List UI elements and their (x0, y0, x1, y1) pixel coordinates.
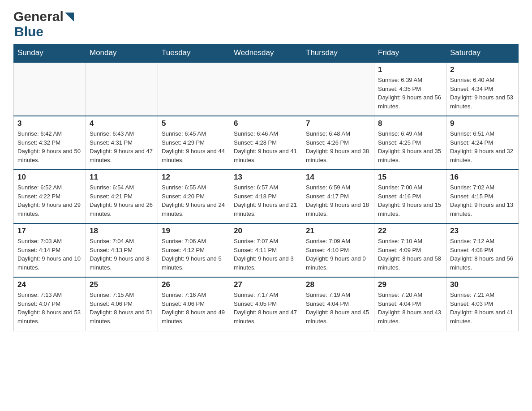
calendar-cell: 12Sunrise: 6:55 AMSunset: 4:20 PMDayligh… (158, 170, 230, 223)
day-number: 3 (17, 119, 82, 128)
day-number: 10 (17, 173, 82, 182)
day-number: 13 (234, 173, 298, 182)
calendar-cell: 8Sunrise: 6:49 AMSunset: 4:25 PMDaylight… (374, 116, 446, 170)
day-info: Sunrise: 6:55 AMSunset: 4:20 PMDaylight:… (162, 183, 226, 218)
day-number: 18 (90, 227, 154, 235)
page-header: General Blue (13, 9, 519, 39)
calendar-cell: 2Sunrise: 6:40 AMSunset: 4:34 PMDaylight… (446, 62, 519, 116)
calendar-cell: 24Sunrise: 7:13 AMSunset: 4:07 PMDayligh… (14, 277, 86, 331)
day-number: 29 (378, 280, 442, 289)
calendar-cell: 25Sunrise: 7:15 AMSunset: 4:06 PMDayligh… (86, 277, 158, 331)
day-info: Sunrise: 7:17 AMSunset: 4:05 PMDaylight:… (234, 291, 298, 325)
day-number: 30 (450, 280, 515, 289)
calendar-week-row: 24Sunrise: 7:13 AMSunset: 4:07 PMDayligh… (14, 277, 519, 331)
day-number: 5 (162, 119, 226, 128)
logo-general-text: General (13, 9, 64, 24)
calendar-cell: 4Sunrise: 6:43 AMSunset: 4:31 PMDaylight… (86, 116, 158, 170)
calendar-cell: 19Sunrise: 7:06 AMSunset: 4:12 PMDayligh… (158, 223, 230, 277)
day-info: Sunrise: 7:19 AMSunset: 4:04 PMDaylight:… (306, 291, 370, 325)
weekday-header-friday: Friday (374, 44, 446, 62)
calendar-week-row: 17Sunrise: 7:03 AMSunset: 4:14 PMDayligh… (14, 223, 519, 277)
weekday-header-monday: Monday (86, 44, 158, 62)
day-info: Sunrise: 6:59 AMSunset: 4:17 PMDaylight:… (306, 183, 370, 218)
calendar-week-row: 1Sunrise: 6:39 AMSunset: 4:35 PMDaylight… (14, 62, 519, 116)
day-number: 4 (90, 119, 154, 128)
day-number: 11 (90, 173, 154, 182)
day-info: Sunrise: 7:16 AMSunset: 4:06 PMDaylight:… (162, 291, 226, 325)
calendar-cell: 15Sunrise: 7:00 AMSunset: 4:16 PMDayligh… (374, 170, 446, 223)
weekday-header-sunday: Sunday (14, 44, 86, 62)
calendar-cell: 16Sunrise: 7:02 AMSunset: 4:15 PMDayligh… (446, 170, 519, 223)
calendar-cell (14, 62, 86, 116)
day-info: Sunrise: 7:06 AMSunset: 4:12 PMDaylight:… (162, 237, 226, 272)
logo: General Blue (13, 9, 74, 39)
calendar-header-row: SundayMondayTuesdayWednesdayThursdayFrid… (14, 44, 519, 62)
calendar-cell: 30Sunrise: 7:21 AMSunset: 4:03 PMDayligh… (446, 277, 519, 331)
logo-triangle-icon (65, 13, 74, 23)
calendar-cell: 5Sunrise: 6:45 AMSunset: 4:29 PMDaylight… (158, 116, 230, 170)
day-info: Sunrise: 7:21 AMSunset: 4:03 PMDaylight:… (450, 291, 515, 325)
calendar-cell: 28Sunrise: 7:19 AMSunset: 4:04 PMDayligh… (302, 277, 374, 331)
calendar-cell: 11Sunrise: 6:54 AMSunset: 4:21 PMDayligh… (86, 170, 158, 223)
calendar-cell: 26Sunrise: 7:16 AMSunset: 4:06 PMDayligh… (158, 277, 230, 331)
day-number: 20 (234, 227, 298, 235)
day-number: 7 (306, 119, 370, 128)
day-info: Sunrise: 6:54 AMSunset: 4:21 PMDaylight:… (90, 183, 154, 218)
logo-blue-text: Blue (14, 24, 43, 39)
day-info: Sunrise: 7:03 AMSunset: 4:14 PMDaylight:… (17, 237, 82, 272)
calendar-cell: 20Sunrise: 7:07 AMSunset: 4:11 PMDayligh… (230, 223, 302, 277)
day-number: 6 (234, 119, 298, 128)
day-number: 12 (162, 173, 226, 182)
day-number: 2 (450, 65, 515, 74)
day-info: Sunrise: 6:51 AMSunset: 4:24 PMDaylight:… (450, 129, 515, 164)
calendar-cell: 22Sunrise: 7:10 AMSunset: 4:09 PMDayligh… (374, 223, 446, 277)
calendar-table: SundayMondayTuesdayWednesdayThursdayFrid… (13, 44, 519, 331)
day-number: 14 (306, 173, 370, 182)
day-info: Sunrise: 6:57 AMSunset: 4:18 PMDaylight:… (234, 183, 298, 218)
day-info: Sunrise: 7:00 AMSunset: 4:16 PMDaylight:… (378, 183, 442, 218)
calendar-cell: 3Sunrise: 6:42 AMSunset: 4:32 PMDaylight… (14, 116, 86, 170)
calendar-week-row: 3Sunrise: 6:42 AMSunset: 4:32 PMDaylight… (14, 116, 519, 170)
day-number: 25 (90, 280, 154, 289)
day-info: Sunrise: 7:04 AMSunset: 4:13 PMDaylight:… (90, 237, 154, 272)
calendar-cell: 17Sunrise: 7:03 AMSunset: 4:14 PMDayligh… (14, 223, 86, 277)
day-info: Sunrise: 7:20 AMSunset: 4:04 PMDaylight:… (378, 291, 442, 325)
day-info: Sunrise: 6:45 AMSunset: 4:29 PMDaylight:… (162, 129, 226, 164)
day-number: 21 (306, 227, 370, 235)
calendar-cell (230, 62, 302, 116)
day-number: 26 (162, 280, 226, 289)
day-info: Sunrise: 7:10 AMSunset: 4:09 PMDaylight:… (378, 237, 442, 272)
svg-marker-0 (65, 13, 74, 21)
calendar-cell (158, 62, 230, 116)
day-info: Sunrise: 7:09 AMSunset: 4:10 PMDaylight:… (306, 237, 370, 272)
calendar-cell (86, 62, 158, 116)
day-info: Sunrise: 6:46 AMSunset: 4:28 PMDaylight:… (234, 129, 298, 164)
calendar-cell: 23Sunrise: 7:12 AMSunset: 4:08 PMDayligh… (446, 223, 519, 277)
calendar-cell: 9Sunrise: 6:51 AMSunset: 4:24 PMDaylight… (446, 116, 519, 170)
day-number: 24 (17, 280, 82, 289)
calendar-cell: 10Sunrise: 6:52 AMSunset: 4:22 PMDayligh… (14, 170, 86, 223)
weekday-header-saturday: Saturday (446, 44, 519, 62)
weekday-header-tuesday: Tuesday (158, 44, 230, 62)
day-info: Sunrise: 7:02 AMSunset: 4:15 PMDaylight:… (450, 183, 515, 218)
day-number: 16 (450, 173, 515, 182)
calendar-cell: 14Sunrise: 6:59 AMSunset: 4:17 PMDayligh… (302, 170, 374, 223)
day-info: Sunrise: 7:13 AMSunset: 4:07 PMDaylight:… (17, 291, 82, 325)
weekday-header-wednesday: Wednesday (230, 44, 302, 62)
calendar-cell: 29Sunrise: 7:20 AMSunset: 4:04 PMDayligh… (374, 277, 446, 331)
day-number: 9 (450, 119, 515, 128)
day-info: Sunrise: 6:49 AMSunset: 4:25 PMDaylight:… (378, 129, 442, 164)
day-info: Sunrise: 7:15 AMSunset: 4:06 PMDaylight:… (90, 291, 154, 325)
day-number: 23 (450, 227, 515, 235)
day-number: 19 (162, 227, 226, 235)
day-info: Sunrise: 6:48 AMSunset: 4:26 PMDaylight:… (306, 129, 370, 164)
day-info: Sunrise: 7:12 AMSunset: 4:08 PMDaylight:… (450, 237, 515, 272)
calendar-cell: 18Sunrise: 7:04 AMSunset: 4:13 PMDayligh… (86, 223, 158, 277)
day-info: Sunrise: 6:43 AMSunset: 4:31 PMDaylight:… (90, 129, 154, 164)
day-number: 22 (378, 227, 442, 235)
day-number: 15 (378, 173, 442, 182)
calendar-cell: 13Sunrise: 6:57 AMSunset: 4:18 PMDayligh… (230, 170, 302, 223)
day-number: 27 (234, 280, 298, 289)
calendar-cell: 7Sunrise: 6:48 AMSunset: 4:26 PMDaylight… (302, 116, 374, 170)
day-info: Sunrise: 6:40 AMSunset: 4:34 PMDaylight:… (450, 76, 515, 111)
